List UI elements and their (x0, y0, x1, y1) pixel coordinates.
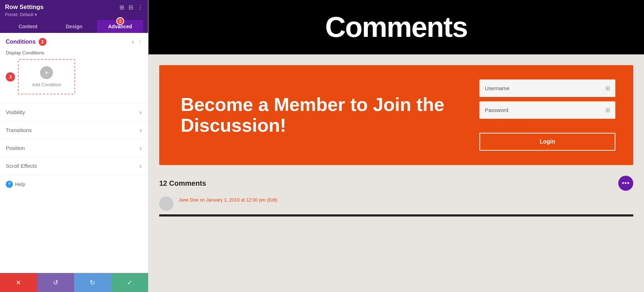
more-button[interactable]: ••• (618, 176, 633, 191)
tabs-row: Content Design 1 Advanced (5, 20, 143, 33)
display-conditions-label: Display Conditions (6, 50, 142, 55)
conditions-section: Conditions 2 ∧ ⋮ Display Conditions 3 + … (0, 33, 148, 103)
scroll-effects-chevron: ∨ (139, 163, 142, 169)
undo-button[interactable]: ↺ (37, 273, 74, 292)
comment-row: Jane Doe on January 1, 2019 at 12:00 pm … (159, 196, 633, 211)
help-label: Help (15, 181, 25, 187)
help-row[interactable]: ? Help (0, 175, 148, 194)
scroll-effects-section: Scroll Effects ∨ (0, 157, 148, 175)
transitions-section: Transitions ∨ (0, 121, 148, 139)
tab-design[interactable]: Design (51, 20, 97, 33)
forgot-link[interactable]: Forgot your password? (479, 123, 615, 128)
left-panel: Row Settings ⊞ ⊟ ⋮ Preset: Default ▾ Con… (0, 0, 148, 292)
conditions-dots[interactable]: ⋮ (137, 39, 142, 45)
conditions-chevron[interactable]: ∧ (131, 39, 135, 45)
cancel-button[interactable]: ✕ (0, 273, 37, 292)
comments-title: Comments (325, 11, 467, 43)
conditions-controls: ∧ ⋮ (131, 39, 142, 45)
redo-button[interactable]: ↻ (74, 273, 111, 292)
comment-avatar (159, 196, 174, 211)
username-icon: ⊞ (605, 85, 610, 92)
password-icon: ⊞ (605, 107, 610, 113)
position-chevron: ∨ (139, 145, 142, 151)
add-condition-icon: + (40, 66, 53, 79)
condition-row: 3 + Add Condition (6, 59, 142, 94)
position-section: Position ∨ (0, 139, 148, 157)
username-field[interactable]: Username ⊞ (479, 79, 615, 97)
save-button[interactable]: ✓ (111, 273, 148, 292)
position-title: Position (6, 145, 25, 151)
tab-advanced-badge: 1 (116, 17, 124, 25)
comments-count: 12 Comments (159, 179, 206, 188)
transitions-header[interactable]: Transitions ∨ (0, 121, 148, 139)
add-condition-box[interactable]: + Add Condition (18, 59, 75, 94)
more-dots-icon: ••• (622, 180, 630, 187)
username-placeholder: Username (485, 85, 509, 91)
conditions-badge: 2 (39, 38, 47, 46)
login-card: Become a Member to Join the Discussion! … (159, 65, 633, 165)
step3-badge: 3 (6, 72, 15, 82)
comment-edit[interactable]: (Edit) (267, 198, 277, 203)
conditions-title: Conditions (6, 39, 36, 45)
visibility-section: Visibility ∨ (0, 103, 148, 121)
tab-content[interactable]: Content (5, 20, 51, 33)
bottom-line (159, 214, 633, 216)
transitions-title: Transitions (6, 127, 32, 133)
scroll-effects-header[interactable]: Scroll Effects ∨ (0, 157, 148, 175)
comment-meta: Jane Doe on January 1, 2019 at 12:00 pm (179, 197, 265, 203)
preset-label[interactable]: Preset: Default (5, 12, 33, 17)
visibility-header[interactable]: Visibility ∨ (0, 103, 148, 121)
conditions-body: Display Conditions 3 + Add Condition (0, 50, 148, 103)
position-header[interactable]: Position ∨ (0, 139, 148, 157)
transitions-chevron: ∨ (139, 127, 142, 133)
panel-title: Row Settings (5, 4, 44, 11)
scroll-effects-title: Scroll Effects (6, 163, 37, 169)
tab-advanced[interactable]: 1 Advanced (97, 20, 143, 33)
panel-icons: ⊞ ⊟ ⋮ (119, 4, 143, 11)
comments-count-row: 12 Comments ••• (159, 176, 633, 191)
login-button[interactable]: Login (479, 133, 615, 151)
visibility-chevron: ∨ (139, 110, 142, 115)
bottom-bar: ✕ ↺ ↻ ✓ (0, 273, 148, 292)
expand-icon[interactable]: ⊞ (119, 4, 124, 11)
password-field[interactable]: Password ⊞ (479, 101, 615, 119)
help-icon: ? (6, 181, 13, 188)
add-condition-label: Add Condition (32, 82, 61, 87)
comments-header: Comments (148, 0, 644, 54)
login-form: Username ⊞ Password ⊞ Forgot your passwo… (479, 79, 615, 151)
layout-icon[interactable]: ⊟ (128, 4, 133, 11)
panel-body: Conditions 2 ∧ ⋮ Display Conditions 3 + … (0, 33, 148, 273)
password-placeholder: Password (485, 107, 508, 113)
conditions-header: Conditions 2 ∧ ⋮ (0, 33, 148, 50)
panel-header: Row Settings ⊞ ⊟ ⋮ Preset: Default ▾ Con… (0, 0, 148, 33)
conditions-title-row: Conditions 2 (6, 38, 47, 46)
more-icon[interactable]: ⋮ (137, 4, 143, 11)
right-content: Comments Become a Member to Join the Dis… (148, 0, 644, 292)
login-headline: Become a Member to Join the Discussion! (181, 94, 458, 135)
main-content: Become a Member to Join the Discussion! … (148, 54, 644, 292)
visibility-title: Visibility (6, 109, 25, 115)
preset-arrow: ▾ (35, 12, 37, 17)
